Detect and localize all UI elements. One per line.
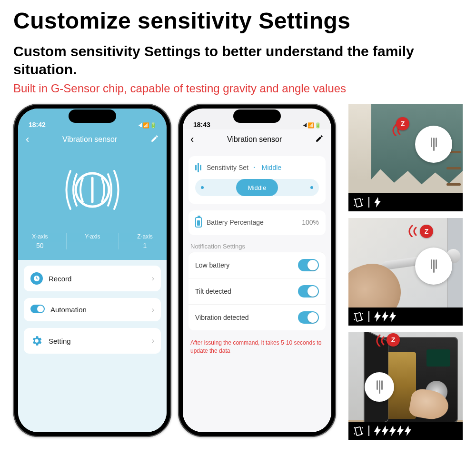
x-axis-value: 50	[36, 242, 44, 249]
battery-icon	[195, 217, 202, 228]
chevron-right-icon: ›	[152, 306, 154, 314]
automation-row[interactable]: Automation ›	[24, 298, 161, 321]
status-icons: •ıl 📶 🔋	[128, 122, 156, 129]
svg-rect-9	[355, 313, 362, 321]
edit-button[interactable]	[315, 134, 324, 145]
zigbee-badge: Z	[420, 225, 433, 238]
notification-section-title: Notification Settings	[190, 243, 324, 250]
screen-title: Vibration sensor	[227, 135, 282, 144]
signal-waves-icon	[370, 334, 387, 347]
chevron-right-icon: ›	[152, 337, 154, 345]
signal-waves-icon	[402, 223, 421, 237]
dynamic-island	[233, 109, 281, 123]
zigbee-badge: Z	[387, 333, 400, 347]
svg-rect-6	[198, 163, 199, 172]
svg-rect-7	[200, 165, 201, 170]
z-axis-value: 1	[143, 242, 147, 249]
vibration-row[interactable]: Vibration detected	[188, 304, 326, 330]
clock-icon	[30, 272, 43, 285]
scene-safe: Z	[348, 332, 463, 440]
toggle-icon	[30, 305, 45, 315]
intensity-bar	[348, 422, 463, 440]
bolt-icon	[374, 426, 381, 436]
bolt-icon	[405, 426, 411, 436]
phone-settings: 18:43 •ıl 📶 🔋 ‹ Vibration sensor	[178, 104, 336, 437]
screen-title: Vibration sensor	[62, 135, 117, 144]
vibration-label: Vibration detected	[195, 314, 249, 321]
intensity-bar	[348, 307, 463, 326]
status-time: 18:43	[193, 121, 222, 129]
edit-button[interactable]	[150, 134, 159, 145]
page-subtitle: Custom sensitivity Settings to better un…	[13, 42, 463, 78]
shake-icon	[353, 425, 364, 437]
sensitivity-card: Sensitivity Set · Middle Middle	[188, 156, 326, 204]
back-button[interactable]: ‹	[26, 133, 29, 146]
battery-value: 100%	[302, 218, 319, 226]
bolt-icon	[389, 311, 396, 322]
chevron-right-icon: ›	[152, 274, 154, 283]
battery-card: Battery Percentage 100%	[188, 210, 326, 235]
svg-rect-5	[195, 165, 197, 170]
sensitivity-icon	[195, 163, 202, 172]
update-note: After issuing the command, it takes 5-10…	[190, 339, 324, 355]
record-row[interactable]: Record ›	[24, 266, 161, 291]
bolt-icon	[374, 311, 381, 322]
shake-icon	[353, 310, 364, 323]
tilt-row[interactable]: Tilt detected	[188, 278, 326, 304]
vibration-bars-icon	[431, 138, 437, 151]
sensor-device	[365, 372, 394, 402]
battery-label: Battery Percentage	[207, 218, 264, 226]
setting-row[interactable]: Setting ›	[24, 328, 161, 354]
svg-rect-10	[355, 427, 362, 436]
record-label: Record	[49, 275, 71, 283]
y-axis-label: Y-axis	[85, 233, 100, 240]
tilt-label: Tilt detected	[195, 288, 231, 295]
bolt-icon	[382, 426, 388, 436]
sensitivity-label: Sensitivity Set	[207, 164, 248, 171]
bolt-icon	[389, 426, 396, 436]
bolt-icon	[374, 197, 381, 208]
zigbee-badge: Z	[396, 117, 409, 130]
vibration-bars-icon	[431, 259, 437, 273]
svg-point-4	[37, 306, 44, 312]
back-button[interactable]: ‹	[190, 133, 194, 146]
bolt-icon	[382, 311, 388, 322]
sensor-device	[415, 126, 452, 163]
vibration-hero-icon	[18, 149, 167, 230]
vibration-bars-icon	[377, 380, 383, 394]
scene-curtain: Z	[348, 104, 463, 211]
automation-label: Automation	[50, 306, 87, 314]
slider-thumb[interactable]: Middle	[236, 179, 278, 196]
phone-dashboard: 18:42 •ıl 📶 🔋 ‹ Vibration sensor	[13, 104, 171, 437]
shake-icon	[353, 196, 364, 208]
scene-door: Z	[348, 218, 463, 326]
bolt-icon	[397, 426, 404, 436]
sensitivity-value: Middle	[262, 164, 281, 171]
x-axis-label: X-axis	[32, 233, 48, 240]
axes-readout: X-axis 50 Y-axis Z-axis 1	[18, 230, 167, 251]
svg-rect-8	[355, 198, 362, 207]
gear-icon	[30, 335, 43, 347]
low-battery-label: Low battery	[195, 261, 229, 269]
intensity-bar	[348, 193, 463, 211]
low-battery-toggle[interactable]	[298, 259, 319, 271]
page-title: Customize sensitivity Settings	[13, 8, 463, 34]
z-axis-label: Z-axis	[137, 233, 153, 240]
feature-redline: Built in G-Sensor chip, capable of testi…	[13, 82, 463, 95]
status-icons: •ıl 📶 🔋	[292, 122, 321, 129]
setting-label: Setting	[49, 337, 71, 345]
status-time: 18:42	[29, 121, 57, 129]
vibration-toggle[interactable]	[298, 311, 319, 324]
tilt-toggle[interactable]	[298, 285, 319, 298]
sensor-device	[415, 248, 452, 285]
low-battery-row[interactable]: Low battery	[188, 252, 326, 278]
dynamic-island	[69, 109, 116, 123]
sensitivity-slider[interactable]: Middle	[195, 179, 319, 196]
